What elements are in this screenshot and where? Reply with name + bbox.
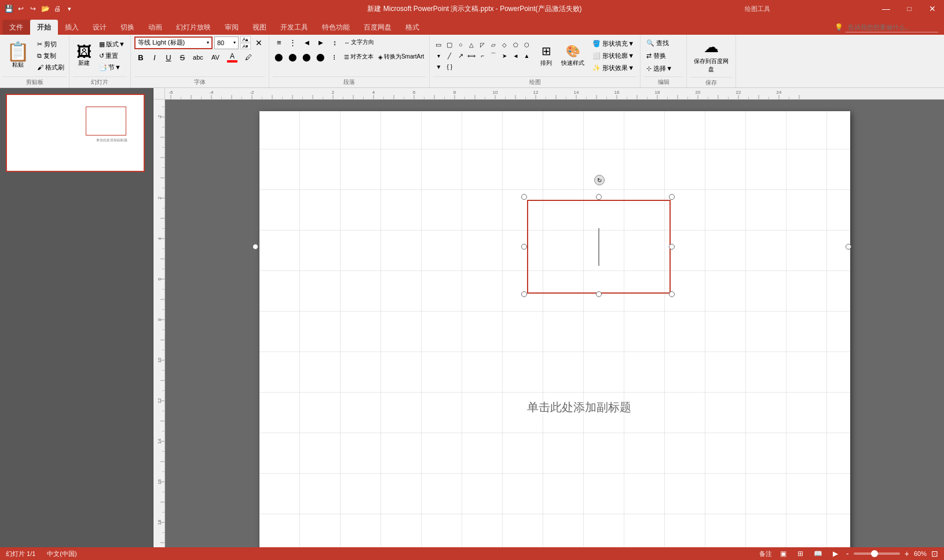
redo-icon[interactable]: ↪ (28, 3, 38, 14)
justify-button[interactable]: ⬤ (314, 50, 327, 63)
tab-format[interactable]: 格式 (398, 20, 426, 35)
font-size-selector[interactable]: 80 ▾ (214, 36, 239, 49)
shape-arrow-btn[interactable]: ↗ (455, 50, 466, 61)
zoom-out-button[interactable]: - (846, 549, 849, 558)
section-button[interactable]: 📑 节▼ (97, 62, 127, 73)
numbering-button[interactable]: ⋮ (287, 36, 299, 49)
shape-curve-btn[interactable]: ⌒ (488, 50, 499, 61)
handle-br[interactable] (669, 291, 675, 297)
char-spacing-button[interactable]: AV (207, 51, 224, 64)
slide-scroll[interactable]: ↻ 单击此处添加副标题 (165, 100, 944, 547)
highlight-button[interactable]: 🖊 (241, 51, 256, 64)
shape-rect-btn[interactable]: ▭ (433, 39, 444, 50)
rotate-handle[interactable]: ↻ (594, 175, 605, 185)
shape-bigup-btn[interactable]: ▲ (521, 50, 532, 61)
tab-review[interactable]: 审阅 (218, 20, 246, 35)
select-button[interactable]: ⊹ 选择▼ (644, 63, 683, 74)
arrange-button[interactable]: ⊞ 排列 (537, 42, 555, 69)
indent-increase-button[interactable]: ► (314, 36, 327, 49)
tab-transition[interactable]: 切换 (114, 20, 141, 35)
strikethrough-button[interactable]: S (176, 51, 189, 64)
bold-button[interactable]: B (134, 51, 147, 64)
tab-animation[interactable]: 动画 (141, 20, 169, 35)
tab-baidu[interactable]: 百度网盘 (357, 20, 398, 35)
find-button[interactable]: 🔍 查找 (644, 38, 683, 49)
handle-far-right[interactable] (846, 244, 851, 250)
bullets-button[interactable]: ≡ (273, 36, 286, 49)
indent-decrease-button[interactable]: ◄ (301, 36, 313, 49)
tab-design[interactable]: 设计 (86, 20, 114, 35)
align-text-button[interactable]: ☰ 对齐文本 (342, 52, 375, 62)
tab-special[interactable]: 特色功能 (315, 20, 357, 35)
quick-styles-button[interactable]: 🎨 快速样式 (558, 42, 588, 69)
align-right-button[interactable]: ⬤ (301, 50, 313, 63)
clear-format-button[interactable]: ✕ (253, 36, 265, 49)
shape-outline-button[interactable]: ⬜ 形状轮廓▼ (590, 50, 636, 61)
shape-bracket-btn[interactable]: { } (444, 61, 455, 72)
title-textbox[interactable] (527, 200, 671, 294)
shape-triangle-btn[interactable]: △ (466, 39, 477, 50)
normal-view-button[interactable]: ▣ (777, 548, 789, 559)
slide-sorter-button[interactable]: ⊞ (794, 548, 807, 559)
slide-page[interactable]: ↻ 单击此处添加副标题 (259, 111, 850, 547)
shape-circle-btn[interactable]: ○ (455, 39, 466, 50)
shape-bigdown-btn[interactable]: ▼ (433, 61, 444, 72)
reading-view-button[interactable]: 📖 (811, 548, 824, 559)
align-left-button[interactable]: ⬤ (273, 50, 286, 63)
print-icon[interactable]: 🖨 (52, 3, 63, 14)
shape-fill-button[interactable]: 🪣 形状填充▼ (590, 38, 636, 49)
handle-far-left[interactable] (253, 244, 258, 250)
format-painter-button[interactable]: 🖌 格式刷 (35, 62, 67, 73)
fit-window-button[interactable]: ⊡ (931, 549, 938, 558)
close-button[interactable]: ✕ (921, 0, 944, 17)
handle-ml[interactable] (521, 244, 527, 250)
undo-icon[interactable]: ↩ (16, 3, 26, 14)
shape-elbow-btn[interactable]: ⌐ (477, 50, 488, 61)
save-qa-icon[interactable]: 💾 (3, 3, 14, 14)
columns-button[interactable]: ⫶ (328, 50, 341, 63)
handle-mr[interactable] (669, 244, 675, 250)
font-name-selector[interactable]: 等线 Light (标题) ▾ (134, 36, 213, 49)
shape-rtriangle-btn[interactable]: ◸ (477, 39, 488, 50)
slide-panel[interactable]: 单击此处添加副标题 (0, 88, 153, 547)
text-direction-button[interactable]: ↔ 文字方向 (342, 37, 376, 47)
reset-button[interactable]: ↺ 重置 (97, 50, 127, 61)
handle-tr[interactable] (669, 194, 675, 200)
handle-bc[interactable] (596, 291, 602, 297)
shadow-button[interactable]: abc (190, 51, 206, 64)
shape-line-btn[interactable]: ╱ (444, 50, 455, 61)
more-qa-icon[interactable]: ▾ (64, 3, 75, 14)
italic-button[interactable]: I (148, 51, 161, 64)
shape-round-rect-btn[interactable]: ▢ (444, 39, 455, 50)
font-size-decrease-button[interactable]: A▾ (240, 43, 251, 49)
handle-bl[interactable] (521, 291, 527, 297)
notes-button[interactable]: 备注 (759, 550, 772, 558)
tab-developer[interactable]: 开发工具 (273, 20, 315, 35)
shape-hexagon-btn[interactable]: ⬡ (521, 39, 532, 50)
maximize-button[interactable]: □ (898, 0, 921, 17)
tab-insert[interactable]: 插入 (58, 20, 86, 35)
font-color-button[interactable]: A (225, 51, 240, 64)
minimize-button[interactable]: — (875, 0, 898, 17)
slide-1-thumbnail[interactable]: 单击此处添加副标题 (6, 94, 145, 172)
shape-doublearrow-btn[interactable]: ⟺ (466, 50, 477, 61)
handle-tl[interactable] (521, 194, 527, 200)
tab-file[interactable]: 文件 (2, 20, 30, 35)
open-file-icon[interactable]: 📂 (40, 3, 50, 14)
replace-button[interactable]: ⇄ 替换 (644, 50, 683, 61)
tab-home[interactable]: 开始 (30, 20, 58, 35)
layout-button[interactable]: ▦ 版式▼ (97, 39, 127, 50)
shape-bigleft-btn[interactable]: ◄ (510, 50, 521, 61)
tell-me-input[interactable] (846, 23, 938, 32)
shape-bigright-btn[interactable]: ➤ (499, 50, 510, 61)
tab-slideshow[interactable]: 幻灯片放映 (169, 20, 218, 35)
new-slide-button[interactable]: 🖼 新建 (73, 42, 95, 69)
save-to-cloud-button[interactable]: ☁ 保存到百度网盘 (690, 36, 732, 76)
zoom-in-button[interactable]: + (905, 549, 909, 558)
shape-pentagon-btn[interactable]: ⬠ (510, 39, 521, 50)
handle-tc[interactable] (596, 194, 602, 200)
shape-diamond-btn[interactable]: ◇ (499, 39, 510, 50)
font-size-increase-button[interactable]: A▴ (240, 36, 251, 42)
shape-effects-button[interactable]: ✨ 形状效果▼ (590, 63, 636, 74)
slideshow-button[interactable]: ▶ (829, 548, 841, 559)
